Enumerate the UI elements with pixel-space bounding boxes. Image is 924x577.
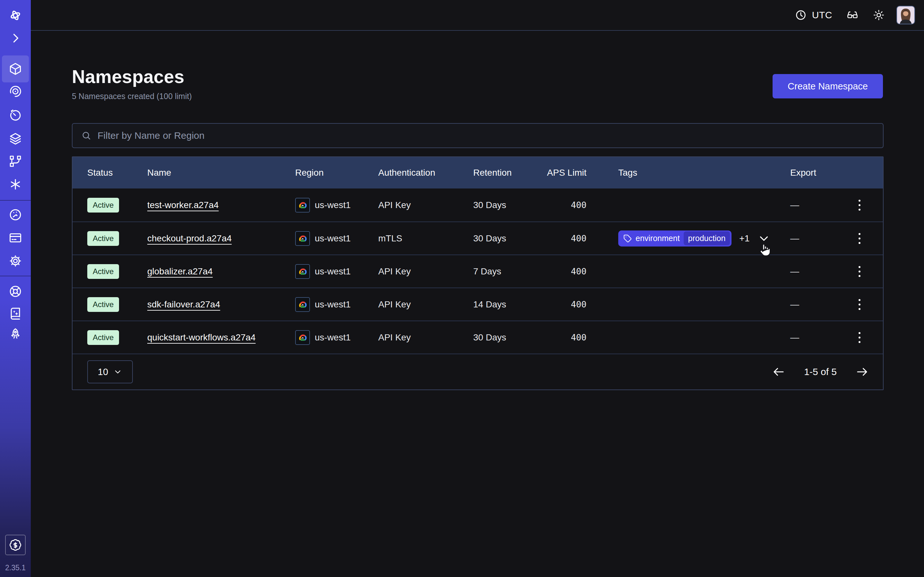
namespace-link[interactable]: quickstart-workflows.a27a4 xyxy=(147,332,256,342)
export-cell: — xyxy=(790,200,836,210)
authentication-cell: API Key xyxy=(378,300,473,309)
settings-gear-icon[interactable] xyxy=(0,248,31,274)
timezone-button[interactable]: UTC xyxy=(788,0,839,31)
tags-cell: environment production +1 xyxy=(586,230,790,247)
gcp-region-icon xyxy=(295,264,310,279)
credits-badge-dollar-icon[interactable] xyxy=(5,535,26,555)
main-content: Namespaces 5 Namespaces created (100 lim… xyxy=(31,31,924,577)
theme-toggle-button[interactable] xyxy=(866,0,892,31)
sidebar-divider xyxy=(0,200,31,201)
prev-page-button[interactable] xyxy=(772,365,785,379)
table-body: Active test-worker.a27a4 us-west1 API Ke… xyxy=(73,189,883,354)
table-row: Active quickstart-workflows.a27a4 us-wes… xyxy=(73,321,883,354)
tags-more-count: +1 xyxy=(739,234,750,243)
aps-limit-cell: 400 xyxy=(546,234,586,243)
table-footer: 10 1-5 of 5 xyxy=(73,354,883,390)
billing-card-icon[interactable] xyxy=(0,225,31,251)
timezone-label: UTC xyxy=(812,10,832,21)
sun-icon xyxy=(873,9,885,21)
namespaces-cube-icon[interactable] xyxy=(0,56,31,82)
row-actions-button[interactable] xyxy=(854,197,865,214)
support-lifebuoy-icon[interactable] xyxy=(0,279,31,304)
labs-glasses-button[interactable] xyxy=(839,0,866,31)
aps-limit-cell: 400 xyxy=(546,300,586,309)
aps-limit-cell: 400 xyxy=(546,266,586,276)
nexus-asterisk-icon[interactable] xyxy=(0,171,31,197)
status-badge: Active xyxy=(87,330,119,345)
usage-gauge-icon[interactable] xyxy=(0,202,31,227)
export-cell: — xyxy=(790,266,836,277)
tags-expand-chevron[interactable] xyxy=(757,232,771,245)
retention-cell: 14 Days xyxy=(473,300,546,309)
clock-icon xyxy=(795,9,807,21)
row-actions-button[interactable] xyxy=(854,296,865,313)
getting-started-rocket-icon[interactable] xyxy=(0,321,31,347)
expand-chevron-icon[interactable] xyxy=(0,25,31,51)
col-status: Status xyxy=(73,168,147,178)
sidebar: 2.35.1 xyxy=(0,0,31,577)
region-label: us-west1 xyxy=(315,234,351,243)
sidebar-divider xyxy=(0,276,31,276)
monitor-eye-icon[interactable] xyxy=(0,79,31,104)
tag-icon xyxy=(624,234,632,243)
status-badge: Active xyxy=(87,198,119,213)
status-badge: Active xyxy=(87,297,119,312)
aps-limit-cell: 400 xyxy=(546,200,586,210)
col-region: Region xyxy=(295,168,378,178)
col-aps-limit: APS Limit xyxy=(546,168,586,178)
namespace-link[interactable]: sdk-failover.a27a4 xyxy=(147,300,220,309)
export-cell: — xyxy=(790,300,836,309)
page-size-select[interactable]: 10 xyxy=(87,360,133,384)
retention-cell: 7 Days xyxy=(473,266,546,277)
create-namespace-button[interactable]: Create Namespace xyxy=(772,74,883,98)
export-cell: — xyxy=(790,234,836,243)
user-avatar[interactable] xyxy=(897,6,915,24)
timer-icon[interactable] xyxy=(0,103,31,128)
chevron-down-icon xyxy=(757,232,771,245)
arrow-left-icon xyxy=(772,365,785,379)
glasses-icon xyxy=(846,9,859,21)
col-retention: Retention xyxy=(473,168,546,178)
page-title: Namespaces xyxy=(72,66,884,87)
filter-input[interactable] xyxy=(97,130,875,141)
tag-chip[interactable]: environment production xyxy=(618,230,732,247)
row-actions-button[interactable] xyxy=(854,263,865,280)
aps-limit-cell: 400 xyxy=(546,332,586,342)
layers-icon[interactable] xyxy=(0,126,31,151)
authentication-cell: API Key xyxy=(378,200,473,210)
gcp-region-icon xyxy=(295,330,310,345)
chevron-down-icon xyxy=(113,367,122,376)
status-badge: Active xyxy=(87,231,119,246)
authentication-cell: API Key xyxy=(378,332,473,343)
retention-cell: 30 Days xyxy=(473,234,546,243)
table-row: Active checkout-prod.a27a4 us-west1 mTLS… xyxy=(73,221,883,255)
region-label: us-west1 xyxy=(315,200,351,210)
namespaces-table: Status Name Region Authentication Retent… xyxy=(72,156,884,390)
arrow-right-icon xyxy=(855,365,869,379)
topbar: UTC xyxy=(31,0,924,31)
namespace-count: 5 Namespaces created (100 limit) xyxy=(72,92,884,101)
authentication-cell: mTLS xyxy=(378,234,473,243)
row-actions-button[interactable] xyxy=(854,329,865,346)
retention-cell: 30 Days xyxy=(473,332,546,343)
col-authentication: Authentication xyxy=(378,168,473,178)
export-cell: — xyxy=(790,332,836,343)
row-actions-button[interactable] xyxy=(854,230,865,247)
temporal-logo[interactable] xyxy=(0,3,31,28)
table-header-row: Status Name Region Authentication Retent… xyxy=(73,157,883,189)
namespace-link[interactable]: checkout-prod.a27a4 xyxy=(147,234,232,243)
workflow-branch-icon[interactable] xyxy=(0,148,31,174)
region-label: us-west1 xyxy=(315,300,351,309)
namespace-link[interactable]: test-worker.a27a4 xyxy=(147,200,219,210)
tag-value-pill: production xyxy=(684,231,730,245)
col-export: Export xyxy=(790,168,836,178)
page-size-value: 10 xyxy=(98,367,108,377)
app-version: 2.35.1 xyxy=(0,564,31,572)
search-icon xyxy=(81,130,92,141)
gcp-region-icon xyxy=(295,297,310,312)
table-row: Active sdk-failover.a27a4 us-west1 API K… xyxy=(73,287,883,321)
namespace-link[interactable]: globalizer.a27a4 xyxy=(147,266,213,276)
next-page-button[interactable] xyxy=(855,365,869,379)
pagination-range: 1-5 of 5 xyxy=(804,366,837,377)
col-name: Name xyxy=(147,168,295,178)
